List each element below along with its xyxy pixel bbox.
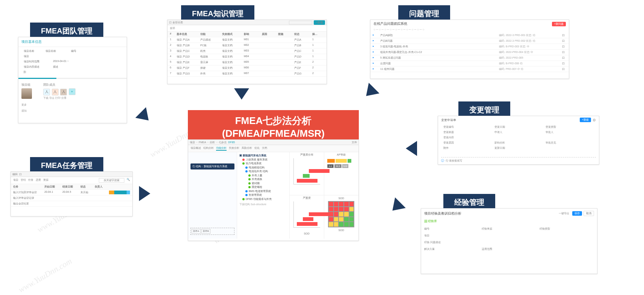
mini-structure: 部件A 部件B	[190, 228, 234, 235]
change-title: 变更申请单	[441, 118, 456, 122]
toolbar-item[interactable]: 口 全部分类	[169, 21, 183, 24]
tree-node[interactable]: DFB5 功能需求与外壳	[239, 197, 287, 201]
list-item[interactable]: ▸组装外壳问题-固定孔位-外壳-C1-C2编码: 2022-PRD-004 状态…	[370, 50, 569, 55]
table-row[interactable]: 1项目 产品A产品描述项目文档M01产品A1	[168, 37, 327, 43]
arrow-change-to-center	[406, 141, 417, 156]
icon-button[interactable]: 口	[19, 172, 22, 176]
avatar[interactable]	[21, 88, 32, 99]
new-issue-button[interactable]: +新问题	[552, 22, 566, 26]
export-label[interactable]: 一键导出	[559, 212, 569, 215]
matrix-cell	[339, 212, 344, 217]
tree-node[interactable]: 固定螺栓	[239, 185, 287, 189]
cancel-button[interactable]: 取消	[584, 211, 594, 216]
form-row: 项目	[424, 232, 594, 239]
list-item[interactable]: ▸3 组装问题-电源线-外壳编码: B-PRD-003 状态: 中口	[370, 44, 569, 50]
tab[interactable]: 甘特	[21, 178, 26, 183]
chart-title: AP等级	[325, 153, 358, 157]
table-row[interactable]: 输入计划及评审会议20.04.120.04.5未开始	[11, 190, 132, 195]
tree-title: ▣ 新能源汽车动力系统	[239, 154, 287, 158]
tab[interactable]: 失效分析	[229, 146, 239, 151]
edit-button[interactable]: 编辑	[12, 172, 18, 176]
matrix-cell	[349, 207, 354, 212]
add-button[interactable]: +新增	[314, 20, 325, 25]
table-row[interactable]: 3项目 产品C机壳项目文档M03产品C1	[168, 48, 327, 54]
tree-node[interactable]: 外壳底板	[239, 177, 287, 182]
center-breadcrumb: 项目· FMEA· 分析· 七步法 DFB5 文件	[188, 140, 358, 145]
table-row[interactable]: 2项目 产品BPC板项目文档M02产品B1	[168, 43, 327, 48]
team-title: 项目基本信息	[18, 37, 127, 47]
col-header: 影响	[244, 32, 259, 36]
list-item[interactable]: ▸产品B问题编码: 2022-3 PRD-002 状态: 待口	[370, 38, 569, 44]
table-row[interactable]: 7项目 产品G外壳项目文档M07产品G2	[168, 71, 327, 77]
matrix-cell	[339, 222, 344, 227]
bar	[297, 179, 317, 183]
list-item[interactable]: ▸产品A缺陷编码: 2022-3 PRD-001 状态: 待口	[370, 33, 569, 38]
more-link[interactable]: 更多	[18, 102, 127, 107]
file-button[interactable]: 文件	[352, 141, 357, 144]
tree-node[interactable]: 上级系统 整车系统	[239, 158, 287, 162]
bar	[309, 169, 330, 173]
member-icon[interactable]: 人	[52, 89, 59, 95]
tab[interactable]: 优化	[254, 146, 260, 151]
form-row: 变更原因影响分析审批意见	[441, 140, 596, 145]
crumb[interactable]: 分析	[210, 141, 215, 144]
member-icon[interactable]: 人	[43, 89, 50, 95]
tree-node[interactable]: 电池模组结构	[239, 166, 287, 170]
tab[interactable]: 风险分析	[242, 146, 252, 151]
list-item[interactable]: ▸11 组件问题编码: PRD-007-中 待口	[370, 67, 569, 72]
tree-node[interactable]: 外壳上盖	[239, 174, 287, 178]
form-row: 附件更新日期	[441, 145, 596, 151]
table-row[interactable]: 5项目 产品E显示屏项目文档M05产品E2	[168, 60, 327, 65]
form-row: 变更内容	[441, 135, 596, 140]
tab[interactable]: 进度	[36, 178, 41, 183]
table-row[interactable]: 6项目 产品F按键项目文档M06产品F2	[168, 65, 327, 71]
tab-active[interactable]: 功能分析	[216, 146, 227, 151]
crumb[interactable]: DFB5	[228, 141, 235, 144]
table-row[interactable]: 输入评审会议记录	[11, 195, 132, 201]
search-input[interactable]	[289, 21, 312, 24]
matrix-cell	[339, 201, 344, 207]
tab[interactable]: 任务	[28, 178, 33, 183]
field-label: 阶	[24, 70, 26, 74]
structure-tree[interactable]: ▣ 新能源汽车动力系统 上级系统 整车系统动力电池系统电池模组结构电池包外壳 结…	[237, 152, 290, 239]
crumb[interactable]: 项目	[190, 141, 195, 144]
change-card: 变更申请单 +新建 ⚙ 变更编号变更日期变更类型变更标题申请人审批人变更内容变更…	[438, 116, 599, 165]
tree-node[interactable]: 密封圈	[239, 182, 287, 186]
tool-label[interactable]: 打印	[55, 97, 60, 99]
tree-node[interactable]: BMS 电池管理系统	[239, 189, 287, 194]
crumb[interactable]: 七步法	[219, 141, 227, 144]
search-input[interactable]: 按关键字搜索	[99, 178, 124, 183]
tool-label[interactable]: 下载	[43, 97, 48, 99]
arrow-team-to-center	[135, 107, 154, 126]
save-button[interactable]: 保存	[572, 211, 582, 216]
field-label: 项目内容描述	[24, 65, 50, 69]
progress-bar	[18, 78, 127, 79]
tab[interactable]: 结构分析	[203, 146, 214, 151]
table-row[interactable]: 4项目 产品D电源板项目文档M04产品D1	[168, 54, 327, 60]
crumb[interactable]: FMEA	[199, 141, 206, 144]
tab[interactable]: 项目概述	[190, 146, 201, 151]
tool-label[interactable]: 导出	[49, 97, 54, 99]
filter-dropdown[interactable]: 全部	[170, 26, 175, 30]
member-icon[interactable]: 人	[60, 89, 67, 95]
tree-root[interactable]: ▦ 经验库	[421, 218, 597, 224]
list-item[interactable]: ▸5 测试未通过问题编码: 2022-PRD-005口	[370, 55, 569, 61]
tool-label[interactable]: 分享	[61, 97, 67, 99]
tree-node[interactable]: 热管理系统	[239, 193, 287, 197]
settings-icon[interactable]: ⚙	[593, 118, 596, 122]
ap-badge: H-2	[327, 164, 334, 168]
table-row[interactable]: 输出会议纪要	[11, 201, 132, 207]
tab[interactable]: 项目	[13, 178, 18, 183]
tab[interactable]: 文档	[262, 146, 267, 151]
tree-node[interactable]: 电池包外壳 结构	[239, 169, 287, 174]
search-icon[interactable]: 🔍	[127, 178, 130, 183]
matrix-cell	[339, 217, 344, 222]
bar	[303, 217, 313, 221]
add-member-icon[interactable]: +	[69, 88, 76, 95]
new-change-button[interactable]: +新建	[580, 118, 591, 122]
tab[interactable]: 资源	[43, 178, 48, 183]
list-item[interactable]: ▸出货问题编码: B-PRD-006 待口	[370, 61, 569, 67]
matrix-cell	[349, 201, 354, 207]
arrow-knowledge-to-center	[234, 88, 249, 100]
tree-node[interactable]: 动力电池系统	[239, 162, 287, 166]
